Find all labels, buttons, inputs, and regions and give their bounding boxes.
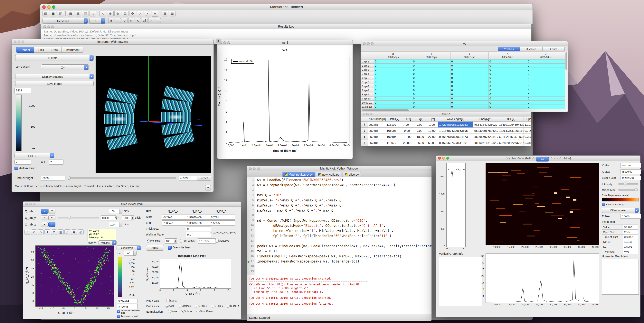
peaks-table[interactable]: runNumber[X]DetID[Y]h[Y]k[Y]l[Y]Waveleng… xyxy=(361,116,531,146)
minimize-button[interactable] xyxy=(29,203,32,205)
main-titlebar[interactable]: MantidPlot - untitled xyxy=(40,4,532,10)
reset-button[interactable]: Reset xyxy=(197,176,211,181)
step-field[interactable]: 19.999500 xyxy=(620,176,641,180)
row-header[interactable]: 4 sp-5 xyxy=(361,76,374,80)
cell[interactable]: 5.00 xyxy=(427,140,438,146)
cell[interactable]: 0 xyxy=(489,76,527,80)
cell[interactable]: 0 xyxy=(374,64,412,68)
cell[interactable]: 13261.36312611883 xyxy=(498,128,524,134)
zoom-button[interactable] xyxy=(52,5,56,9)
dim-y-thickness-spinner[interactable]: 0.100▲▼ xyxy=(122,215,134,220)
cell[interactable]: 252486 xyxy=(368,122,386,128)
tab-draw[interactable]: Draw xyxy=(48,47,62,53)
draw-arrow-icon[interactable]: ↗ xyxy=(137,10,143,16)
column-header[interactable]: runNumber[X] xyxy=(368,116,386,122)
column-header[interactable]: DSpacing[Y] xyxy=(524,116,531,122)
results-log-titlebar[interactable]: Results Log xyxy=(41,24,531,29)
row-header[interactable]: 8 sp-9 xyxy=(361,92,374,96)
detector-bank-panel[interactable] xyxy=(104,114,134,124)
cell[interactable]: -9.00 xyxy=(402,128,415,134)
cursor-tracking-checkbox[interactable] xyxy=(602,203,605,206)
row-header[interactable]: 9 sp-10 xyxy=(361,96,374,101)
autoscaling-checkbox[interactable] xyxy=(14,167,18,170)
cell[interactable]: 0 xyxy=(527,68,565,72)
cell[interactable]: 0 xyxy=(450,96,489,101)
tab-new-calib-script[interactable]: new_calib.py xyxy=(316,172,342,177)
save-image-button[interactable]: Save image xyxy=(15,81,94,86)
font-family-dropdown[interactable]: Helvetica▾ xyxy=(42,18,88,24)
instrument-3d-view[interactable] xyxy=(96,56,211,173)
new-graph-icon[interactable]: ∿ xyxy=(90,10,96,16)
cell[interactable]: 0 xyxy=(450,72,489,76)
cell[interactable]: 112079 xyxy=(386,140,402,146)
fit-page-icon[interactable]: ⊡ xyxy=(122,10,128,16)
x-auto-radio[interactable] xyxy=(166,305,169,308)
ws1-titlebar[interactable]: ws-1 xyxy=(218,40,352,45)
x-qlaby-radio[interactable] xyxy=(211,305,214,308)
cell[interactable]: -1.00 xyxy=(427,122,438,128)
cell[interactable]: 0 xyxy=(527,105,565,109)
cell[interactable]: 252486 xyxy=(368,128,386,134)
minimize-button[interactable] xyxy=(18,40,20,43)
row-header[interactable]: 2 sp-3 xyxy=(361,68,374,72)
cell[interactable]: 0 xyxy=(374,80,412,84)
colormap-bar[interactable] xyxy=(602,198,639,201)
thickness-field[interactable]: 0.1 xyxy=(186,226,211,231)
norm-dropdown[interactable]: volume▾ xyxy=(98,240,116,245)
cell[interactable]: 0 xyxy=(450,92,489,96)
cell[interactable]: 0 xyxy=(527,92,565,96)
start-y-field[interactable]: 1.39698e-08 xyxy=(186,215,211,220)
cell[interactable]: 0 xyxy=(489,105,527,109)
bin-width-radio[interactable] xyxy=(180,239,183,243)
new-matrix-icon[interactable]: ▦ xyxy=(74,10,81,16)
cell[interactable]: 0 xyxy=(450,105,489,109)
cell[interactable]: 0 xyxy=(489,59,527,64)
cell[interactable]: 0.72032 xyxy=(524,128,531,134)
zoom-button[interactable] xyxy=(446,157,449,160)
cell[interactable]: 40.54184242502971 xyxy=(473,122,498,128)
cell[interactable]: 0 xyxy=(412,68,450,72)
cell[interactable]: -25.00 xyxy=(415,140,427,146)
underline-button[interactable]: U xyxy=(122,18,128,23)
code-line[interactable]: ws = CropWorkspace(ws, StartWorkspaceInd… xyxy=(257,183,432,188)
vertical-graph[interactable] xyxy=(446,163,466,247)
cell[interactable]: 0 xyxy=(489,68,527,72)
cell[interactable]: -18.00 xyxy=(415,134,427,140)
cell[interactable]: 1.0186874396653695 xyxy=(438,128,473,134)
cell[interactable]: 381.5061661232844 xyxy=(473,140,498,146)
snap-peak-icon[interactable]: ◉ xyxy=(71,229,77,235)
row-header[interactable]: 6 sp-7 xyxy=(361,84,374,88)
save-project-icon[interactable]: ◫ xyxy=(57,10,64,16)
insert-arrow-button[interactable]: → xyxy=(155,18,161,23)
log10-checkbox[interactable] xyxy=(166,299,170,302)
code-line[interactable] xyxy=(257,188,432,193)
cell[interactable]: 252486 xyxy=(368,134,386,140)
column-header[interactable]: 46005.34μs xyxy=(527,52,565,59)
cell[interactable]: 0 xyxy=(412,84,450,88)
norm-none-radio[interactable] xyxy=(168,310,171,313)
tof-value-field[interactable]: 6000 xyxy=(41,176,66,181)
cell[interactable]: -9.00 xyxy=(415,128,427,134)
row-header[interactable]: 10 sp-11 xyxy=(361,101,374,105)
undo-icon[interactable]: ↶ xyxy=(31,229,37,235)
close-button[interactable] xyxy=(249,167,252,170)
cell[interactable]: -9.00 xyxy=(415,122,427,128)
num-bins-spinner[interactable]: 100▲▼ xyxy=(165,238,177,244)
cell[interactable]: 0 xyxy=(527,80,565,84)
cell[interactable]: 23.00 xyxy=(402,140,415,146)
cell[interactable]: 383.6550752384233 xyxy=(473,134,498,140)
column-header[interactable]: h[Y] xyxy=(402,116,415,122)
vertical-scrollbar[interactable] xyxy=(565,51,568,109)
new-project-icon[interactable]: ▤ xyxy=(42,10,49,16)
cell[interactable]: 0 xyxy=(412,105,450,109)
adaptive-checkbox[interactable] xyxy=(215,239,218,243)
apply-button[interactable]: Apply xyxy=(146,245,164,251)
cell[interactable]: 105001 xyxy=(386,128,402,134)
cell[interactable]: 0 xyxy=(374,96,412,101)
cell[interactable]: -18.00 xyxy=(402,134,415,140)
close-button[interactable] xyxy=(14,40,16,43)
dim-y-as-y-button[interactable]: Y xyxy=(48,215,56,220)
integrated-line-plot[interactable] xyxy=(160,259,231,289)
cell[interactable]: 0 xyxy=(450,76,489,80)
peaks-overlay-icon[interactable]: ◎ xyxy=(78,229,84,235)
